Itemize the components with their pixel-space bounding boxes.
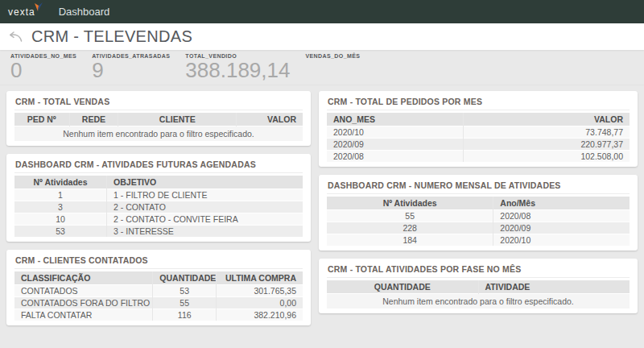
cell: 2020/08 — [327, 150, 463, 162]
cell: 184 — [327, 234, 493, 246]
table-row: 1 1 - FILTRO DE CLIENTE — [14, 188, 303, 201]
kpi-value: 9 — [92, 59, 170, 81]
cell: 1 — [14, 188, 107, 201]
vexta-logo-text: vexta — [8, 4, 35, 20]
kpi-label: ATIVIDADES_ATRASADAS — [92, 53, 170, 59]
table-header-row: ANO_MES VALOR — [327, 113, 630, 126]
card-total-vendas: CRM - TOTAL VENDAS PED Nº REDE CLIENTE V… — [6, 91, 311, 146]
card-pedidos-por-mes: CRM - TOTAL DE PEDIDOS POR MES ANO_MES V… — [319, 91, 638, 167]
cell: 116 — [153, 309, 217, 321]
card-title: CRM - TOTAL ATIVIDADES POR FASE NO MÊS — [327, 259, 630, 278]
card-title: CRM - CLIENTES CONTATADOS — [14, 250, 303, 269]
column-header: ATIVIDADE — [478, 280, 630, 293]
cell: 2020/10 — [493, 234, 630, 246]
kpi-atividades-no-mes: ATIVIDADES_NO_MES 0 — [10, 53, 76, 85]
table-header-row: PED Nº REDE CLIENTE VALOR — [14, 113, 303, 126]
card-clientes-contatados: CRM - CLIENTES CONTATADOS CLASSIFICAÇÃO … — [6, 250, 311, 325]
column-header: VALOR — [463, 113, 630, 126]
card-title: CRM - TOTAL VENDAS — [14, 91, 303, 110]
card-atividades-futuras: DASHBOARD CRM - ATIVIDADES FUTURAS AGEND… — [6, 154, 311, 242]
back-arrow-icon — [9, 31, 23, 42]
column-header: QUANTIDADE — [153, 271, 217, 284]
card-atividades-fase: CRM - TOTAL ATIVIDADES POR FASE NO MÊS Q… — [319, 259, 638, 313]
cell: 10 — [14, 213, 107, 225]
table-header-row: QUANTIDADE ATIVIDADE — [327, 280, 630, 293]
table-row: 3 2 - CONTATO — [14, 201, 303, 213]
table-row: FALTA CONTATAR 116 382.210,96 — [14, 309, 303, 321]
cell: 2 - CONTATO — [107, 201, 303, 213]
kpi-total-vendido: TOTAL_VENDIDO 388.189,14 — [185, 53, 290, 85]
column-header: Ano/Mês — [493, 197, 630, 209]
kpi-bar: ATIVIDADES_NO_MES 0 ATIVIDADES_ATRASADAS… — [0, 50, 644, 85]
column-header: CLASSIFICAÇÃO — [14, 271, 153, 284]
page-header: CRM - TELEVENDAS — [0, 23, 644, 50]
column-header: OBJETIVO — [107, 176, 303, 188]
column-header: Nº Atividades — [327, 197, 493, 209]
kpi-value: 0 — [10, 59, 76, 81]
page-title: CRM - TELEVENDAS — [31, 27, 192, 46]
cell: 55 — [153, 296, 217, 309]
table-row: 2020/09 220.977,37 — [327, 138, 630, 150]
cell: 73.748,77 — [463, 126, 630, 138]
cell: 2020/09 — [493, 222, 630, 234]
cell: FALTA CONTATAR — [14, 309, 153, 321]
cell: 301.765,35 — [217, 284, 303, 296]
app-title: Dashboard — [59, 6, 110, 18]
column-header: QUANTIDADE — [327, 280, 478, 293]
cell: 53 — [14, 225, 107, 237]
cell: 55 — [327, 209, 493, 222]
table-header-row: Nº Atividades Ano/Mês — [327, 197, 630, 209]
table-row: 53 3 - INTERESSE — [14, 225, 303, 237]
table-header-row: CLASSIFICAÇÃO QUANTIDADE ULTIMA COMPRA — [14, 271, 303, 284]
cell: CONTATADOS FORA DO FILTRO — [14, 296, 153, 309]
table-row: CONTATADOS 53 301.765,35 — [14, 284, 303, 296]
cell: 53 — [153, 284, 217, 296]
total-vendas-table: PED Nº REDE CLIENTE VALOR Nenhum item en… — [14, 113, 303, 141]
vexta-logo[interactable]: vexta — [8, 4, 43, 20]
cell: CONTATADOS — [14, 284, 153, 296]
numero-mensal-table: Nº Atividades Ano/Mês 55 2020/08 228 202… — [327, 197, 630, 246]
table-header-row: Nº Atividades OBJETIVO — [14, 176, 303, 188]
clientes-contatados-table: CLASSIFICAÇÃO QUANTIDADE ULTIMA COMPRA C… — [14, 271, 303, 321]
cell: 382.210,96 — [217, 309, 303, 321]
column-header: VALOR — [237, 113, 303, 126]
cell: 220.977,37 — [463, 138, 630, 150]
table-row: 184 2020/10 — [327, 234, 630, 246]
dashboard-content: CRM - TOTAL VENDAS PED Nº REDE CLIENTE V… — [0, 85, 644, 339]
right-column: CRM - TOTAL DE PEDIDOS POR MES ANO_MES V… — [319, 91, 638, 321]
cell: 1 - FILTRO DE CLIENTE — [107, 188, 303, 201]
back-button[interactable] — [9, 30, 27, 44]
card-numero-mensal: DASHBOARD CRM - NUMERO MENSAL DE ATIVIDA… — [319, 175, 638, 251]
table-row: 228 2020/09 — [327, 222, 630, 234]
topbar: vexta Dashboard — [0, 0, 644, 23]
card-title: DASHBOARD CRM - NUMERO MENSAL DE ATIVIDA… — [327, 175, 630, 194]
column-header: ULTIMA COMPRA — [217, 271, 303, 284]
cell: 2 - CONTATO - CONVITE FEIRA — [107, 213, 303, 225]
column-header: PED Nº — [14, 113, 69, 126]
empty-message: Nenhum item encontrado para o filtro esp… — [14, 126, 303, 141]
column-header: ANO_MES — [327, 113, 463, 126]
kpi-value: 388.189,14 — [185, 59, 290, 81]
atividades-fase-table: QUANTIDADE ATIVIDADE Nenhum item encontr… — [327, 280, 630, 309]
cell: 2020/09 — [327, 138, 463, 150]
cell: 0,00 — [217, 296, 303, 309]
kpi-vendas-do-mes: VENDAS_DO_MÊS — [305, 53, 360, 85]
card-title: DASHBOARD CRM - ATIVIDADES FUTURAS AGEND… — [14, 154, 303, 173]
cell: 2020/08 — [493, 209, 630, 222]
cell: 3 - INTERESSE — [107, 225, 303, 237]
table-row: 2020/08 102.508,00 — [327, 150, 630, 162]
table-row: CONTATADOS FORA DO FILTRO 55 0,00 — [14, 296, 303, 309]
column-header: CLIENTE — [118, 113, 237, 126]
table-row: 55 2020/08 — [327, 209, 630, 222]
vexta-logo-icon — [35, 2, 43, 12]
empty-row: Nenhum item encontrado para o filtro esp… — [327, 293, 630, 309]
table-row: 2020/10 73.748,77 — [327, 126, 630, 138]
kpi-atividades-atrasadas: ATIVIDADES_ATRASADAS 9 — [92, 53, 170, 85]
kpi-label: VENDAS_DO_MÊS — [305, 53, 360, 59]
cell: 102.508,00 — [463, 150, 630, 162]
empty-message: Nenhum item encontrado para o filtro esp… — [327, 293, 630, 309]
column-header: Nº Atividades — [14, 176, 107, 188]
column-header: REDE — [69, 113, 118, 126]
left-column: CRM - TOTAL VENDAS PED Nº REDE CLIENTE V… — [6, 91, 311, 334]
card-title: CRM - TOTAL DE PEDIDOS POR MES — [327, 91, 630, 110]
